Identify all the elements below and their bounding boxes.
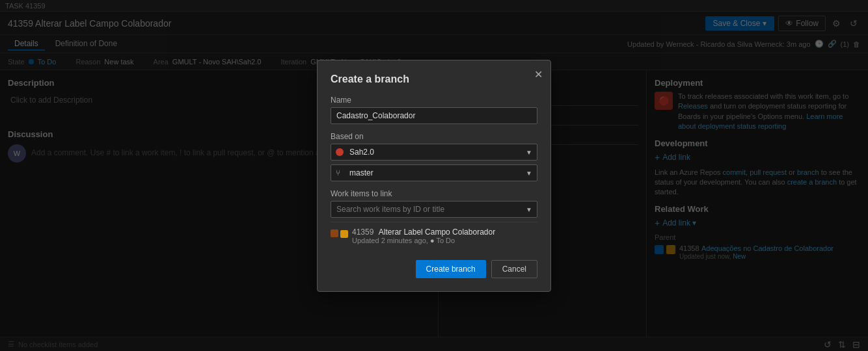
modal-actions: Create branch Cancel: [331, 260, 537, 278]
linked-item-title: Alterar Label Campo Colaborador: [379, 228, 495, 237]
create-branch-button[interactable]: Create branch: [416, 260, 486, 278]
name-form-group: Name: [331, 96, 537, 124]
branch-select-wrapper: ⑂ master ▼: [331, 164, 537, 181]
branch-select[interactable]: master: [331, 164, 537, 181]
linked-item-id: 41359: [352, 228, 373, 237]
name-label: Name: [331, 96, 537, 105]
repo-icon: [336, 148, 344, 156]
linked-item-type-icon: [331, 229, 338, 237]
based-on-form-group: Based on Sah2.0 ▼ ⑂ master ▼: [331, 132, 537, 181]
based-on-label: Based on: [331, 132, 537, 141]
work-items-search-wrapper: ▼: [331, 201, 537, 218]
repo-select[interactable]: Sah2.0: [331, 144, 537, 161]
linked-item-status: ●: [430, 237, 437, 244]
name-input[interactable]: [331, 107, 537, 124]
linked-item-text: 41359 Alterar Label Campo Colaborador Up…: [352, 228, 495, 244]
work-items-search-input[interactable]: [331, 201, 537, 218]
work-items-form-group: Work items to link ▼ 41359 Alterar Label…: [331, 189, 537, 250]
linked-item-meta: Updated 2 minutes ago, ● To Do: [352, 237, 495, 244]
modal-overlay: Create a branch ✕ Name Based on Sah2.0 ▼…: [0, 0, 868, 351]
cancel-button[interactable]: Cancel: [491, 260, 537, 278]
linked-work-item: 41359 Alterar Label Campo Colaborador Up…: [331, 222, 537, 250]
git-branch-icon: ⑂: [336, 168, 340, 177]
repo-select-wrapper: Sah2.0 ▼: [331, 144, 537, 161]
linked-item-task-icon: [340, 230, 348, 238]
create-branch-modal: Create a branch ✕ Name Based on Sah2.0 ▼…: [317, 60, 551, 292]
modal-close-button[interactable]: ✕: [534, 68, 543, 81]
work-items-label: Work items to link: [331, 189, 537, 198]
modal-title: Create a branch: [331, 73, 537, 85]
